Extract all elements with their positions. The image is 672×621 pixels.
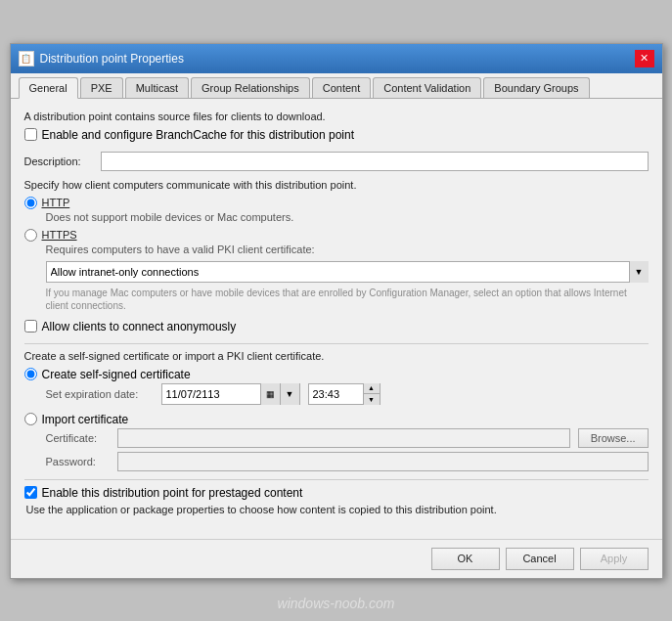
date-input[interactable] bbox=[162, 388, 260, 400]
import-cert-label[interactable]: Import certificate bbox=[42, 413, 129, 426]
password-input bbox=[117, 452, 649, 471]
branchcache-row: Enable and configure BranchCache for thi… bbox=[24, 128, 649, 142]
self-signed-radio[interactable] bbox=[24, 368, 37, 380]
apply-button[interactable]: Apply bbox=[580, 548, 649, 570]
self-signed-label[interactable]: Create self-signed certificate bbox=[42, 368, 191, 381]
https-label[interactable]: HTTPS bbox=[42, 229, 77, 241]
title-bar-left: 📋 Distribution point Properties bbox=[19, 51, 184, 67]
prestaged-checkbox[interactable] bbox=[24, 486, 37, 499]
button-bar: OK Cancel Apply bbox=[11, 539, 662, 578]
dropdown-row: Allow intranet-only connections Allow in… bbox=[46, 261, 649, 283]
tab-content-validation[interactable]: Content Validation bbox=[373, 77, 481, 98]
self-signed-row: Create self-signed certificate bbox=[24, 368, 649, 381]
import-cert-radio-row: Import certificate bbox=[24, 413, 649, 426]
tab-general[interactable]: General bbox=[19, 77, 78, 99]
anon-checkbox[interactable] bbox=[24, 320, 37, 333]
time-input-wrapper: ▲ ▼ bbox=[308, 383, 381, 405]
branchcache-checkbox[interactable] bbox=[24, 128, 37, 141]
certificate-input bbox=[117, 428, 570, 448]
expiry-label: Set expiration date: bbox=[46, 388, 154, 400]
connections-dropdown-wrapper: Allow intranet-only connections Allow in… bbox=[46, 261, 649, 283]
close-button[interactable]: ✕ bbox=[635, 50, 654, 67]
tab-content[interactable]: Content bbox=[312, 77, 372, 98]
note-text: If you manage Mac computers or have mobi… bbox=[46, 287, 649, 312]
specify-text: Specify how client computers communicate… bbox=[24, 179, 649, 191]
certificate-field-row: Certificate: Browse... bbox=[46, 428, 649, 448]
connections-dropdown[interactable]: Allow intranet-only connections Allow in… bbox=[46, 261, 649, 283]
divider-1 bbox=[24, 343, 649, 344]
time-down-button[interactable]: ▼ bbox=[364, 394, 380, 405]
browse-button[interactable]: Browse... bbox=[578, 428, 649, 448]
tab-group-relationships[interactable]: Group Relationships bbox=[191, 77, 310, 98]
description-input[interactable] bbox=[101, 152, 649, 171]
prestaged-label[interactable]: Enable this distribution point for prest… bbox=[42, 486, 303, 500]
pki-label: Requires computers to have a valid PKI c… bbox=[46, 244, 649, 255]
https-radio-row: HTTPS bbox=[24, 229, 649, 242]
http-radio-row: HTTP bbox=[24, 197, 649, 209]
watermark: windows-noob.com bbox=[278, 596, 395, 611]
password-label: Password: bbox=[46, 456, 110, 467]
bottom-section: Enable this distribution point for prest… bbox=[24, 486, 649, 515]
title-bar-buttons: ✕ bbox=[635, 50, 654, 67]
description-row: Description: bbox=[24, 152, 649, 171]
time-input[interactable] bbox=[309, 388, 363, 400]
date-input-wrapper: ▦ ▼ bbox=[161, 383, 300, 405]
http-radio[interactable] bbox=[24, 197, 37, 209]
import-cert-radio[interactable] bbox=[24, 413, 37, 425]
branchcache-label[interactable]: Enable and configure BranchCache for thi… bbox=[42, 128, 355, 142]
divider-2 bbox=[24, 479, 649, 480]
certificate-label: Certificate: bbox=[46, 432, 110, 444]
anon-row: Allow clients to connect anonymously bbox=[24, 320, 649, 333]
title-bar: 📋 Distribution point Properties ✕ bbox=[11, 44, 662, 73]
prestaged-row: Enable this distribution point for prest… bbox=[24, 486, 649, 500]
http-label[interactable]: HTTP bbox=[42, 197, 70, 208]
prestaged-note: Use the application or package propertie… bbox=[24, 504, 649, 515]
tab-content-general: A distribution point contains source fil… bbox=[11, 99, 662, 539]
http-section: HTTP Does not support mobile devices or … bbox=[24, 197, 649, 223]
https-section: HTTPS Requires computers to have a valid… bbox=[24, 229, 649, 312]
tab-pxe[interactable]: PXE bbox=[80, 77, 123, 98]
expiry-row: Set expiration date: ▦ ▼ ▲ ▼ bbox=[46, 383, 649, 405]
import-cert-row: Import certificate Certificate: Browse..… bbox=[24, 413, 649, 471]
anon-label[interactable]: Allow clients to connect anonymously bbox=[42, 320, 237, 333]
description-label: Description: bbox=[24, 155, 93, 167]
window-title: Distribution point Properties bbox=[40, 52, 184, 66]
info-text: A distribution point contains source fil… bbox=[24, 111, 649, 122]
main-window: 📋 Distribution point Properties ✕ Genera… bbox=[10, 43, 663, 579]
window-icon: 📋 bbox=[19, 51, 34, 67]
date-dropdown-icon[interactable]: ▼ bbox=[280, 383, 299, 405]
calendar-icon[interactable]: ▦ bbox=[260, 383, 280, 405]
tabs-bar: General PXE Multicast Group Relationship… bbox=[11, 73, 662, 99]
cert-section-title: Create a self-signed certificate or impo… bbox=[24, 350, 649, 362]
tab-boundary-groups[interactable]: Boundary Groups bbox=[483, 77, 589, 98]
tab-multicast[interactable]: Multicast bbox=[125, 77, 189, 98]
time-spinner: ▲ ▼ bbox=[363, 383, 380, 405]
http-note: Does not support mobile devices or Mac c… bbox=[46, 211, 649, 223]
ok-button[interactable]: OK bbox=[431, 548, 500, 570]
password-field-row: Password: bbox=[46, 452, 649, 471]
cancel-button[interactable]: Cancel bbox=[506, 548, 574, 570]
time-up-button[interactable]: ▲ bbox=[364, 383, 380, 395]
https-radio[interactable] bbox=[24, 229, 37, 242]
